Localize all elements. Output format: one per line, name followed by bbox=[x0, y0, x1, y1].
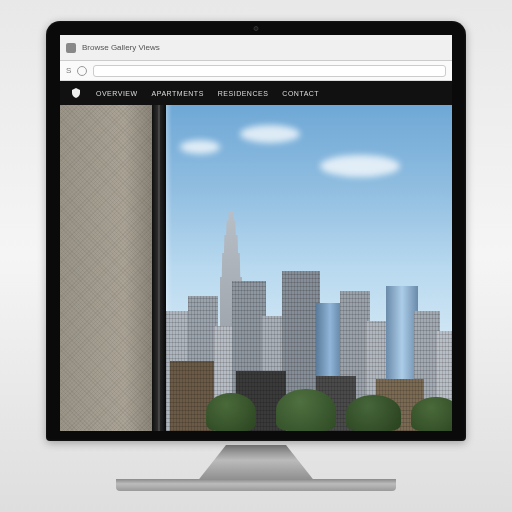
reload-icon[interactable] bbox=[77, 66, 87, 76]
cloud-icon bbox=[180, 140, 220, 154]
browser-tab-bar: Browse Gallery Views bbox=[60, 35, 452, 61]
nav-contact[interactable]: Contact bbox=[282, 90, 319, 97]
laptop-display: Browse Gallery Views S Overview Apartmen… bbox=[21, 21, 491, 491]
webcam-icon bbox=[254, 26, 259, 31]
nav-overview[interactable]: Overview bbox=[96, 90, 138, 97]
shield-icon[interactable] bbox=[70, 87, 82, 99]
nav-apartments[interactable]: Apartments bbox=[152, 90, 204, 97]
tab-title[interactable]: Browse Gallery Views bbox=[82, 43, 160, 52]
cloud-icon bbox=[320, 155, 400, 177]
window-frame bbox=[152, 105, 166, 431]
building-wall bbox=[60, 105, 152, 431]
screen-content: Browse Gallery Views S Overview Apartmen… bbox=[60, 35, 452, 431]
url-prefix: S bbox=[66, 66, 71, 75]
browser-address-row: S bbox=[60, 61, 452, 81]
site-header: Overview Apartments Residences Contact bbox=[60, 81, 452, 105]
cloud-icon bbox=[240, 125, 300, 143]
laptop-hinge bbox=[116, 479, 396, 491]
city-skyline bbox=[166, 251, 452, 431]
monitor-stand bbox=[196, 445, 316, 483]
address-bar[interactable] bbox=[93, 65, 446, 77]
tree bbox=[206, 393, 256, 431]
screen-bezel: Browse Gallery Views S Overview Apartmen… bbox=[46, 21, 466, 441]
tree bbox=[411, 397, 452, 431]
tree bbox=[346, 395, 401, 431]
hero-image bbox=[60, 105, 452, 431]
nav-residences[interactable]: Residences bbox=[218, 90, 269, 97]
favicon-icon bbox=[66, 43, 76, 53]
tree bbox=[276, 389, 336, 431]
